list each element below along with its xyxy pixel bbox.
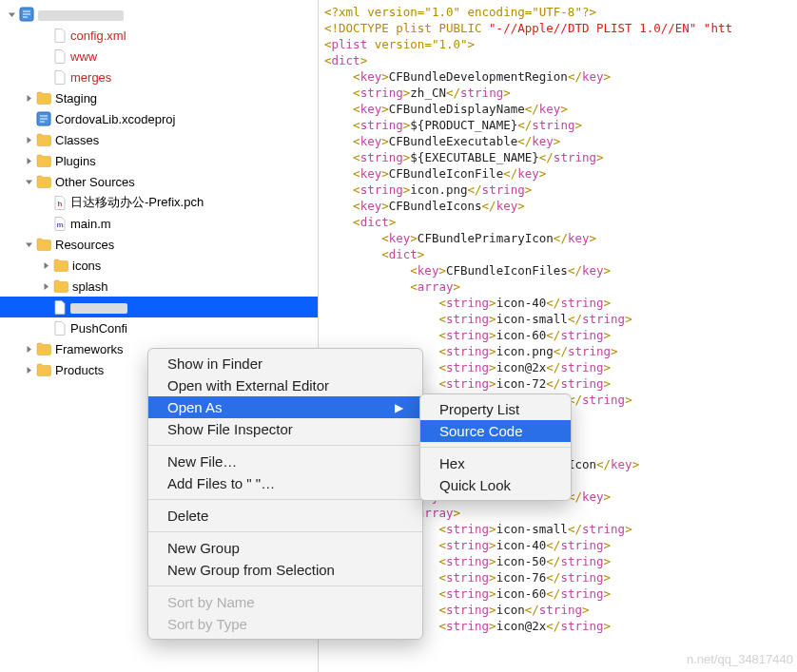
menu-item[interactable]: Source Code [420, 420, 571, 442]
disclosure-spacer [40, 197, 51, 208]
menu-item: Sort by Type [148, 613, 422, 635]
disclosure-right-icon[interactable] [40, 259, 51, 271]
folder-icon [36, 237, 51, 252]
tree-item-label: main.m [70, 217, 111, 231]
disclosure-spacer [23, 113, 34, 125]
tree-item-label: splash [72, 279, 108, 294]
menu-item-label: Source Code [439, 423, 523, 439]
tree-row[interactable]: Classes [0, 129, 318, 150]
menu-item[interactable]: Open As▶ [148, 396, 422, 418]
menu-item[interactable]: Show File Inspector [148, 418, 422, 440]
plist-file-icon [53, 299, 67, 315]
tree-item-label: merges [70, 70, 111, 85]
disclosure-spacer [40, 301, 51, 313]
menu-item[interactable]: Property List [420, 398, 571, 420]
menu-item-label: New Group [167, 540, 240, 556]
disclosure-spacer [40, 71, 51, 83]
menu-item[interactable]: Delete [148, 505, 422, 527]
disclosure-right-icon[interactable] [23, 364, 34, 375]
menu-item-label: Show in Finder [167, 355, 262, 372]
menu-separator [148, 445, 422, 446]
disclosure-right-icon[interactable] [23, 92, 34, 104]
tree-item-label: Classes [55, 133, 99, 147]
tree-row[interactable]: Other Sources [0, 171, 318, 192]
m-file-icon: m [53, 216, 67, 231]
folder-icon [53, 258, 68, 273]
menu-item-label: Open with External Editor [167, 377, 329, 394]
tree-item-label: Frameworks [55, 342, 124, 356]
tree-row[interactable]: Staging [0, 87, 318, 108]
tree-item-label: Products [55, 363, 104, 377]
menu-item-label: Sort by Name [167, 594, 255, 610]
tree-item-label: PushConfi [70, 321, 127, 336]
tree-item-label: www [70, 49, 97, 64]
menu-separator [420, 447, 571, 448]
disclosure-down-icon[interactable] [23, 176, 34, 187]
menu-item[interactable]: New Group [148, 537, 422, 559]
menu-item-label: Show File Inspector [167, 421, 293, 437]
tree-item-label [70, 300, 127, 315]
disclosure-spacer [40, 29, 51, 41]
tree-row[interactable]: config.xml [0, 25, 318, 46]
menu-separator [148, 531, 422, 532]
menu-item[interactable]: New File… [148, 451, 422, 472]
tree-row[interactable] [0, 297, 318, 317]
tree-row[interactable] [0, 4, 318, 25]
disclosure-down-icon[interactable] [6, 9, 17, 20]
file-icon [53, 48, 67, 64]
watermark: n.net/qq_34817440 [687, 652, 793, 666]
menu-item-label: Sort by Type [167, 616, 247, 632]
file-icon [53, 69, 67, 85]
disclosure-down-icon[interactable] [23, 239, 34, 250]
menu-item-label: New File… [167, 453, 237, 470]
tree-item-label: Resources [55, 238, 114, 252]
header-file-icon: h [53, 195, 67, 210]
menu-item: Sort by Name [148, 591, 422, 613]
disclosure-right-icon[interactable] [23, 134, 34, 145]
menu-item[interactable]: Quick Look [420, 474, 571, 496]
menu-item-label: Hex [439, 455, 465, 471]
open-as-submenu[interactable]: Property ListSource CodeHexQuick Look [419, 394, 572, 501]
menu-item[interactable]: New Group from Selection [148, 559, 422, 581]
menu-item[interactable]: Show in Finder [148, 353, 422, 374]
menu-item-label: Open As [167, 399, 223, 415]
file-icon [53, 320, 67, 336]
xcode-project-icon [36, 111, 51, 126]
menu-item-label: Property List [439, 401, 519, 417]
submenu-arrow-icon: ▶ [395, 401, 403, 414]
tree-item-label: config.xml [70, 29, 126, 43]
tree-item-label: CordovaLib.xcodeproj [55, 112, 175, 126]
xcode-project-icon [19, 7, 34, 22]
tree-row[interactable]: Plugins [0, 150, 318, 171]
tree-item-label: 日达移动办公-Prefix.pch [70, 194, 204, 211]
disclosure-spacer [40, 322, 51, 334]
menu-item[interactable]: Hex [420, 452, 571, 474]
tree-row[interactable]: h日达移动办公-Prefix.pch [0, 192, 318, 213]
tree-row[interactable]: mmain.m [0, 213, 318, 234]
disclosure-right-icon[interactable] [23, 155, 34, 166]
folder-icon [36, 132, 51, 147]
tree-row[interactable]: merges [0, 67, 318, 87]
menu-separator [148, 586, 422, 586]
tree-row[interactable]: www [0, 46, 318, 67]
tree-row[interactable]: icons [0, 255, 318, 276]
menu-item-label: Add Files to " "… [167, 475, 275, 491]
tree-row[interactable]: CordovaLib.xcodeproj [0, 108, 318, 129]
folder-icon [53, 278, 68, 294]
tree-row[interactable]: PushConfi [0, 317, 318, 338]
disclosure-spacer [40, 50, 51, 62]
menu-item-label: Delete [167, 508, 208, 524]
tree-item-label: Staging [55, 91, 97, 106]
menu-item[interactable]: Open with External Editor [148, 374, 422, 396]
menu-item[interactable]: Add Files to " "… [148, 472, 422, 494]
tree-row[interactable]: Resources [0, 234, 318, 255]
folder-icon [36, 341, 51, 356]
folder-icon [36, 362, 51, 377]
context-menu[interactable]: Show in FinderOpen with External EditorO… [147, 348, 423, 640]
disclosure-right-icon[interactable] [23, 343, 34, 355]
disclosure-right-icon[interactable] [40, 280, 51, 292]
svg-text:m: m [56, 221, 63, 229]
folder-icon [36, 153, 51, 168]
menu-item-label: Quick Look [439, 477, 511, 493]
tree-row[interactable]: splash [0, 276, 318, 297]
